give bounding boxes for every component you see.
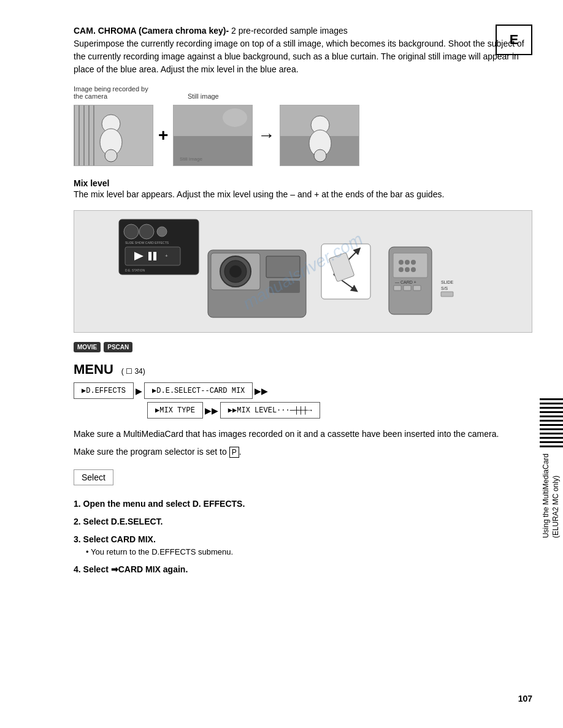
svg-point-48: [405, 267, 410, 272]
list-item-1: 1. Open the menu and select D. EFFECTS.: [74, 498, 532, 510]
menu-box-select: ▶D.E.SELECT--CARD MIX: [144, 382, 253, 399]
step-2-num: 2.: [74, 517, 81, 526]
step-3-text: Select CARD MIX.: [83, 534, 156, 544]
step-4-text: Select ➡CARD MIX again.: [83, 564, 188, 574]
step-3-num: 3.: [74, 534, 81, 544]
svg-point-47: [399, 267, 404, 272]
svg-rect-51: [394, 286, 401, 290]
svg-point-21: [124, 224, 139, 239]
svg-text:S/S: S/S: [441, 286, 448, 290]
baby-image: [74, 105, 153, 166]
svg-point-22: [139, 224, 154, 239]
svg-rect-27: [153, 252, 156, 260]
title-bold: CAM. CHROMA (Camera chroma key)-: [74, 26, 229, 36]
menu-box-mix-level: ▶▶MIX LEVEL···—┼┼┼→: [220, 402, 320, 419]
make-sure-2: Make sure the program selector is set to…: [74, 446, 532, 458]
movie-icon: MOVIE: [74, 342, 101, 352]
svg-point-44: [399, 260, 404, 265]
page-container: E CAM. CHROMA (Camera chroma key)- 2 pre…: [0, 0, 563, 728]
svg-point-23: [157, 227, 167, 237]
select-button[interactable]: Select: [74, 469, 113, 485]
menu-box-mix-type: ▶MIX TYPE: [147, 402, 203, 419]
svg-text:+: +: [165, 253, 168, 259]
svg-rect-43: [393, 253, 427, 278]
list-item-3: 3. Select CARD MIX. • You return to the …: [74, 533, 532, 558]
svg-point-8: [105, 150, 117, 162]
mix-level-description: The mix level bar appears. Adjust the mi…: [74, 188, 532, 201]
list-item-4: 4. Select ➡CARD MIX again.: [74, 563, 532, 576]
svg-point-12: [223, 108, 247, 127]
sidebar-vertical-text: Using the MultiMediaCard (ELURA2 MC only…: [542, 453, 561, 538]
numbered-list: 1. Open the menu and select D. EFFECTS. …: [74, 498, 532, 576]
step-3-sub: • You return to the D.EFFECTS submenu.: [86, 546, 532, 558]
menu-flow-row-1: ▶D.EFFECTS ▶ ▶D.E.SELECT--CARD MIX ▶▶: [74, 382, 532, 399]
still-image: Still image: [173, 105, 253, 166]
step-1-text: Open the menu and select D. EFFECTS.: [83, 499, 245, 509]
e-badge: E: [496, 25, 532, 55]
svg-rect-52: [404, 286, 411, 290]
svg-text:SLIDE SHOW   CARD   EFFECTS: SLIDE SHOW CARD EFFECTS: [125, 241, 169, 245]
title-text: CAM. CHROMA (Camera chroma key)- 2 pre-r…: [74, 25, 532, 37]
step-2-text: Select D.E.SELECT.: [83, 517, 163, 526]
equation-section: Image being recorded by the camera Still…: [74, 85, 532, 166]
step-4-num: 4.: [74, 564, 81, 574]
svg-rect-53: [413, 286, 421, 290]
svg-text:Still image: Still image: [180, 156, 202, 162]
title-section: CAM. CHROMA (Camera chroma key)- 2 pre-r…: [74, 25, 532, 76]
plus-symbol: +: [158, 126, 168, 145]
svg-rect-56: [441, 292, 453, 297]
svg-text:D.E. STATION: D.E. STATION: [125, 268, 145, 272]
diagram-svg: + SLIDE SHOW CARD EFFECTS D.E. STATION: [113, 213, 493, 330]
menu-arrow-2: ▶▶: [255, 386, 268, 396]
vertical-text-container: Using the MultiMediaCard (ELURA2 MC only…: [540, 0, 563, 728]
menu-arrow-1: ▶: [136, 386, 142, 396]
svg-rect-36: [266, 256, 300, 278]
label-left: Image being recorded by the camera: [74, 85, 153, 100]
menu-section: MENU ( ☐ 34) ▶D.EFFECTS ▶ ▶D.E.SELECT--C…: [74, 362, 532, 419]
svg-text:SLIDE: SLIDE: [441, 280, 454, 284]
icon-row: MOVIE PSCAN: [74, 342, 532, 352]
svg-point-49: [411, 267, 416, 272]
menu-label: MENU: [74, 362, 113, 377]
arrow-symbol: →: [258, 126, 275, 145]
svg-rect-37: [269, 281, 300, 293]
svg-point-19: [314, 150, 326, 162]
mix-level-title: Mix level: [74, 178, 109, 188]
menu-box-effects: ▶D.EFFECTS: [74, 382, 134, 399]
pscan-icon: PSCAN: [104, 342, 132, 352]
svg-point-35: [229, 265, 242, 278]
camera-diagram: manualsriver.com + SLIDE SHOW CARD EFFEC…: [74, 210, 532, 333]
page-number: 107: [518, 694, 532, 703]
result-image: [280, 105, 359, 166]
step-1-num: 1.: [74, 499, 81, 509]
mix-level-section: Mix level The mix level bar appears. Adj…: [74, 178, 532, 201]
menu-ref: ( ☐ 34): [121, 367, 145, 376]
menu-arrow-3: ▶▶: [205, 406, 218, 415]
title-normal: 2 pre-recorded sample images: [229, 26, 348, 36]
e-badge-letter: E: [510, 32, 519, 48]
svg-rect-24: [125, 247, 180, 265]
label-right: Still image: [188, 93, 255, 100]
sidebar-lines: [540, 398, 563, 447]
svg-rect-26: [148, 252, 151, 260]
svg-point-45: [405, 260, 410, 265]
list-item-2: 2. Select D.E.SELECT.: [74, 515, 532, 528]
description-text: Superimpose the currently recording imag…: [74, 37, 532, 76]
menu-flow-row-2: ▶MIX TYPE ▶▶ ▶▶MIX LEVEL···—┼┼┼→: [147, 402, 532, 419]
svg-text:—  CARD  +: — CARD +: [395, 280, 416, 284]
main-content: E CAM. CHROMA (Camera chroma key)- 2 pre…: [0, 0, 563, 728]
svg-point-46: [411, 260, 416, 265]
make-sure-1: Make sure a MultiMediaCard that has imag…: [74, 428, 532, 441]
